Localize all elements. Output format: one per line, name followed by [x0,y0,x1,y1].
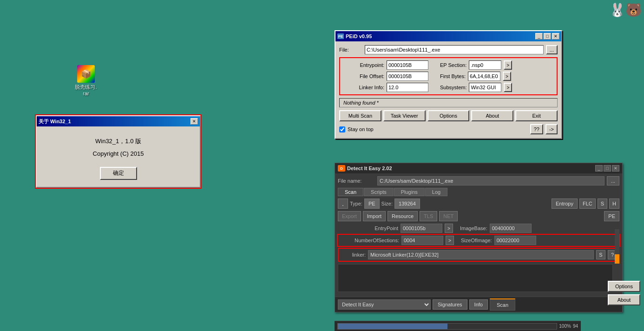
die-signatures-btn[interactable]: Signatures [433,299,467,310]
die-numsections-arrow-btn[interactable]: > [446,236,454,245]
die-window: D Detect It Easy 2.02 _ □ ✕ File name: .… [335,163,623,312]
die-net-btn[interactable]: NET [439,211,458,221]
peid-stay-on-top-label: Stay on top [348,126,374,132]
die-pe-btn[interactable]: PE [604,211,619,221]
die-resource-btn[interactable]: Resource [388,211,418,221]
peid-titlebar[interactable]: PE PEiD v0.95 _ □ ✕ [335,31,561,41]
peid-bottom-row: Stay on top ?? -> [339,124,558,134]
peid-file-input[interactable] [365,45,544,54]
peid-multiscan-btn[interactable]: Multi Scan [339,110,381,121]
peid-subsystem-label: Subsystem: [440,85,467,90]
peid-max-btn[interactable]: □ [544,33,551,40]
cute-character: 🐰🐻 [609,2,642,18]
peid-titlebar-btns: _ □ ✕ [535,33,559,40]
die-entrypoint-label: EntryPoint [338,225,398,231]
die-linker-row: linker: S ? [338,248,619,262]
about-ok-button[interactable]: 确定 [100,167,137,180]
die-scrollbar-thumb[interactable] [615,254,619,264]
peid-firstbytes-label: First Bytes: [440,73,466,79]
peid-content: File: ... Entrypoint: EP Section: > File… [335,41,561,138]
die-scrollbar[interactable] [615,229,619,264]
die-titlebar[interactable]: D Detect It Easy 2.02 _ □ ✕ [335,163,622,173]
peid-options-btn[interactable]: Options [427,110,470,121]
peid-q-btn[interactable]: ?? [530,124,543,134]
peid-ep-section-label: EP Section: [440,62,467,68]
die-results-area [338,264,613,292]
peid-firstbytes-input[interactable] [468,72,500,81]
die-sizeofimage-input[interactable] [494,236,536,245]
about-side-btn[interactable]: About [608,294,640,305]
die-entropy-btn[interactable]: Entropy [552,199,578,209]
die-tab-scan[interactable]: Scan [338,188,363,196]
die-type-value-btn[interactable]: PE [364,199,380,209]
peid-stay-on-top-checkbox[interactable] [339,126,345,132]
die-size-value-btn[interactable]: 139264 [394,199,420,209]
peid-entrypoint-input[interactable] [387,60,428,70]
die-info-btn[interactable]: Info [469,299,488,310]
die-numsections-label: NumberOfSections: [339,238,399,243]
die-scan-tab-btn[interactable]: Scan [490,298,515,311]
die-progress-track [337,323,557,330]
peid-firstbytes-arrow-btn[interactable]: > [503,72,511,81]
peid-window: PE PEiD v0.95 _ □ ✕ File: ... Entrypoint… [335,30,562,139]
peid-exit-btn[interactable]: Exit [515,110,558,121]
peid-taskviewer-btn[interactable]: Task Viewer [383,110,426,121]
die-imagebase-input[interactable] [490,224,532,233]
die-h-btn[interactable]: H [609,199,619,209]
die-import-btn[interactable]: Import [363,211,386,221]
die-linker-input[interactable] [368,250,594,259]
die-tab-plugins[interactable]: Plugins [394,188,425,196]
die-tab-scripts[interactable]: Scripts [364,188,394,196]
die-file-input[interactable] [377,176,605,185]
options-side-btn[interactable]: Options [608,281,640,292]
peid-subsystem-arrow-btn[interactable]: > [504,83,512,92]
die-linker-label: linker: [340,252,366,258]
die-min-btn[interactable]: _ [595,165,603,172]
die-s-btn[interactable]: S [598,199,607,209]
die-title-icon: D [338,165,345,172]
peid-browse-btn[interactable]: ... [546,45,558,54]
die-tabs: Scan Scripts Plugins Log [338,188,619,196]
rar-label-line2: rar [83,91,89,96]
desktop-icon-rar[interactable]: 📦 脱壳练习. rar [70,65,102,96]
die-progress-bar-area: 100% 94 [335,321,581,331]
die-ep-arrow-btn[interactable]: > [445,224,453,233]
die-dot-btn[interactable]: . [338,199,348,209]
die-entrypoint-input[interactable] [401,224,442,233]
peid-close-btn[interactable]: ✕ [552,33,559,40]
about-close-btn[interactable]: ✕ [191,118,198,125]
die-tls-btn[interactable]: TLS [420,211,437,221]
die-flc-btn[interactable]: FLC [579,199,596,209]
die-progress-value: 94 [573,324,578,329]
peid-fileoffset-input[interactable] [387,72,428,81]
peid-linker-label: Linker Info: [342,85,384,90]
rar-icon: 📦 [77,65,95,83]
die-content: File name: ... Scan Scripts Plugins Log … [335,173,622,297]
peid-about-btn[interactable]: About [471,110,513,121]
die-title: Detect It Easy 2.02 [347,166,392,171]
die-numsections-input[interactable] [401,236,443,245]
peid-min-btn[interactable]: _ [535,33,543,40]
peid-arrow-btn[interactable]: -> [545,124,558,134]
desktop: 🐰🐻 📦 脱壳练习. rar 关于 Win32_1 ✕ Win32_1，1.0 … [0,0,644,331]
peid-fileoffset-row: File Offset: First Bytes: > [342,72,554,81]
rar-label-line1: 脱壳练习. [75,84,97,91]
peid-file-label: File: [339,47,362,53]
die-sizeofimage-label: SizeOfImage: [461,238,492,243]
die-export-btn[interactable]: Export [338,211,361,221]
peid-ep-section-input[interactable] [469,60,501,70]
die-bottom-select[interactable]: Detect It Easy [338,299,431,310]
peid-linker-input[interactable] [387,83,428,92]
about-titlebar[interactable]: 关于 Win32_1 ✕ [37,116,200,126]
die-max-btn[interactable]: □ [604,165,611,172]
die-toolbar-row2: Export Import Resource TLS NET PE [338,211,619,221]
die-linker-s-btn[interactable]: S [596,250,605,259]
die-imagebase-label: ImageBase: [460,225,487,231]
peid-subsystem-input[interactable] [469,83,501,92]
die-close-btn[interactable]: ✕ [612,165,619,172]
peid-entrypoint-row: Entrypoint: EP Section: > [342,60,554,70]
die-browse-btn[interactable]: ... [607,176,619,185]
die-tab-log[interactable]: Log [425,188,447,196]
peid-linker-row: Linker Info: Subsystem: > [342,83,554,92]
peid-ep-arrow-btn[interactable]: > [504,60,512,70]
